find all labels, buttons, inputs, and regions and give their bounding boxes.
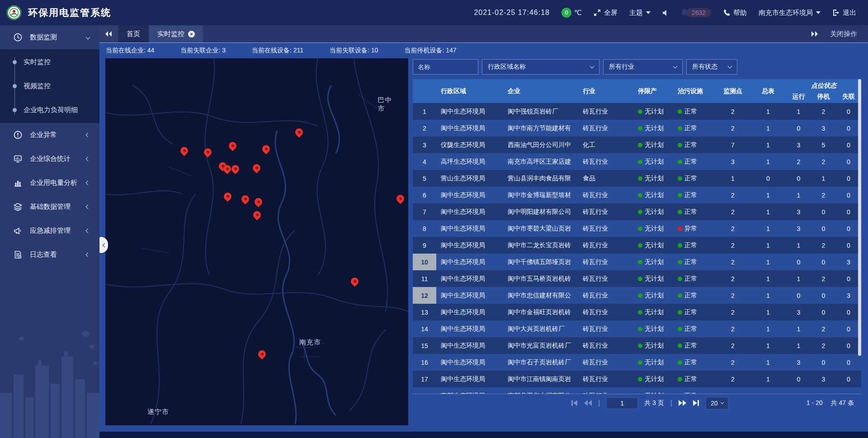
cell-industry: 砖瓦行业 <box>578 392 633 394</box>
double-chevron-left-icon <box>105 31 112 37</box>
next-page-icon <box>679 400 686 406</box>
sidebar-item-label: 企业综合统计 <box>30 155 79 163</box>
sidebar-item-log-view[interactable]: 日志查看 <box>0 243 99 267</box>
tabbar-right: 关闭操作 <box>811 25 868 42</box>
table-row[interactable]: 8阆中生态环境局阆中市枣碧大梁山页岩砖瓦行业无计划异常21300 <box>413 220 861 237</box>
cell-facility: 正常 <box>673 258 716 266</box>
table-row[interactable]: 4高坪生态环境局南充市高坪区王家店建砖瓦行业无计划正常31220 <box>413 153 861 170</box>
sidebar-item-data-monitoring[interactable]: 数据监测 <box>0 25 99 49</box>
cell-run: 3 <box>786 225 811 232</box>
table-row[interactable]: 1阆中生态环境局阆中强锐页岩砖厂砖瓦行业无计划正常21120 <box>413 103 861 120</box>
table-row[interactable]: 15阆中生态环境局阆中市光富页岩机砖厂砖瓦行业无计划正常21120 <box>413 337 861 354</box>
phone-icon <box>723 9 730 16</box>
industry-filter-select[interactable]: 所有行业 <box>603 59 683 75</box>
table-row[interactable]: 9阆中生态环境局阆中市二龙长宝页岩砖砖瓦行业无计划正常21120 <box>413 237 861 254</box>
tab-home[interactable]: 首页 <box>118 25 148 42</box>
table-row[interactable]: 13阆中生态环境局阆中市金福旺页岩机砖砖瓦行业无计划正常21300 <box>413 304 861 320</box>
cell-facility: 正常 <box>673 124 716 132</box>
sidebar-item-base-data-management[interactable]: 基础数据管理 <box>0 195 99 219</box>
col-points: 监测点 <box>716 87 750 95</box>
table-row[interactable]: 16阆中生态环境局阆中市石子页岩机砖厂砖瓦行业无计划正常21300 <box>413 354 861 371</box>
stat-item: 当前在线企业: 44 <box>106 47 154 55</box>
region-filter-select[interactable]: 行政区域名称 <box>482 59 599 75</box>
table-row[interactable]: 10阆中生态环境局阆中千佛镇五郎垭页岩砖瓦行业无计划正常21003 <box>413 254 861 270</box>
sidebar-item-power-usage-analysis[interactable]: 企业用电量分析 <box>0 171 99 195</box>
sidebar-item-label: 日志查看 <box>30 250 79 259</box>
chevron-left-icon <box>86 229 90 233</box>
table-row[interactable]: 6阆中生态环境局阆中市金博瑞新型墙材砖瓦行业无计划正常21120 <box>413 187 861 203</box>
status-filter-select[interactable]: 所有状态 <box>686 59 737 75</box>
cell-region: 阆中生态环境局 <box>436 208 503 216</box>
col-stop-limit: 停限产 <box>633 87 673 95</box>
map[interactable]: 巴中市 南充市 遂宁市 <box>105 58 408 425</box>
name-filter-input[interactable] <box>413 59 478 75</box>
first-page-button[interactable] <box>571 400 578 406</box>
table-scrollbar[interactable] <box>858 79 861 356</box>
table-row[interactable]: 18南部生态环境局南部县双华水泥有限公砖瓦行业无计划正常60060 <box>413 387 861 394</box>
bullet-dot-icon <box>13 108 17 112</box>
sidebar-subitem-realtime-monitor[interactable]: 实时监控 <box>0 50 99 74</box>
cell-company: 南部县双华水泥有限公 <box>503 392 578 394</box>
tab-close-icon[interactable]: × <box>188 31 195 38</box>
last-page-button[interactable] <box>693 400 699 406</box>
row-index: 1 <box>413 103 436 120</box>
logout-button[interactable]: 退出 <box>832 9 856 17</box>
cell-region: 营山生态环境局 <box>436 174 503 183</box>
cell-run: 1 <box>786 275 811 283</box>
col-lost: 失联 <box>836 93 861 101</box>
fullscreen-button[interactable]: 全屏 <box>594 9 618 17</box>
cell-points: 2 <box>716 325 750 333</box>
sidebar-item-emergency-reduction[interactable]: 应急减排管理 <box>0 219 99 243</box>
col-company: 企业 <box>503 87 578 95</box>
table-row[interactable]: 3仪陇生态环境局西南油气田分公司川中化工无计划正常71350 <box>413 137 861 153</box>
theme-dropdown[interactable]: 主题 <box>629 9 651 17</box>
cell-stopped: 0 <box>811 208 836 216</box>
cell-points: 3 <box>716 158 750 165</box>
cell-lost: 0 <box>836 342 861 349</box>
brand: 环保用电监管系统 <box>6 5 111 20</box>
cell-run: 1 <box>786 108 811 115</box>
org-dropdown[interactable]: 南充市生态环境局 <box>759 9 821 17</box>
sidebar-subitem-video-monitor[interactable]: 视频监控 <box>0 74 99 98</box>
sidebar-subitem-power-load-detail[interactable]: 企业电力负荷明细 <box>0 98 99 122</box>
prev-page-button[interactable] <box>584 400 592 406</box>
table-row[interactable]: 12阆中生态环境局阆中市忠信建材有限公砖瓦行业无计划正常21003 <box>413 287 861 304</box>
page-number-input[interactable] <box>606 397 638 409</box>
close-operations-button[interactable]: 关闭操作 <box>830 30 857 38</box>
mute-button[interactable] <box>662 9 669 16</box>
table-row[interactable]: 14阆中生态环境局阆中大兴页岩机砖厂砖瓦行业无计划正常21120 <box>413 320 861 337</box>
tabs-scroll-right-button[interactable] <box>811 30 818 38</box>
tabs-scroll-left-button[interactable] <box>99 25 118 42</box>
table-row[interactable]: 5营山生态环境局营山县润丰肉食品有限食品无计划正常10010 <box>413 170 861 187</box>
cell-points: 2 <box>716 342 750 349</box>
cell-meters: 1 <box>750 325 786 333</box>
cell-company: 西南油气田分公司川中 <box>503 141 578 149</box>
cell-region: 仪陇生态环境局 <box>436 141 503 149</box>
next-page-button[interactable] <box>679 400 686 406</box>
cell-industry: 砖瓦行业 <box>578 258 633 266</box>
tab-realtime-monitor[interactable]: 实时监控 × <box>149 25 203 42</box>
cell-company: 阆中市二龙长宝页岩砖 <box>503 241 578 250</box>
cell-industry: 砖瓦行业 <box>578 292 633 300</box>
table-row[interactable]: 2阆中生态环境局阆中市南方节能建材有砖瓦行业无计划正常21030 <box>413 120 861 137</box>
cell-industry: 砖瓦行业 <box>578 358 633 367</box>
table-row[interactable]: 17阆中生态环境局阆中市江南镇阆南页岩砖瓦行业无计划正常21030 <box>413 371 861 387</box>
cell-meters: 1 <box>750 192 786 199</box>
monitor-stats-icon <box>13 155 23 163</box>
chevron-down-icon <box>590 64 594 69</box>
status-dot-green <box>638 277 642 281</box>
cell-industry: 食品 <box>578 174 633 183</box>
help-button[interactable]: 帮助 <box>723 9 747 17</box>
cell-region: 阆中生态环境局 <box>436 191 503 199</box>
notification-bell[interactable]: 2632 <box>681 8 711 17</box>
table-row[interactable]: 7阆中生态环境局阆中明阳建材有限公司砖瓦行业无计划正常21300 <box>413 203 861 220</box>
sidebar-item-enterprise-statistics[interactable]: 企业综合统计 <box>0 147 99 171</box>
sidebar-item-enterprise-abnormal[interactable]: 企业异常 <box>0 123 99 147</box>
row-index: 10 <box>413 254 436 270</box>
pager-divider: | <box>670 399 672 407</box>
cell-stop-limit: 无计划 <box>633 241 673 250</box>
cell-run: 0 <box>786 392 811 394</box>
page-size-select[interactable]: 20 <box>706 397 729 410</box>
status-dot-green <box>638 143 642 147</box>
table-row[interactable]: 11阆中生态环境局阆中市五马桥页岩机砖砖瓦行业无计划正常21120 <box>413 270 861 287</box>
